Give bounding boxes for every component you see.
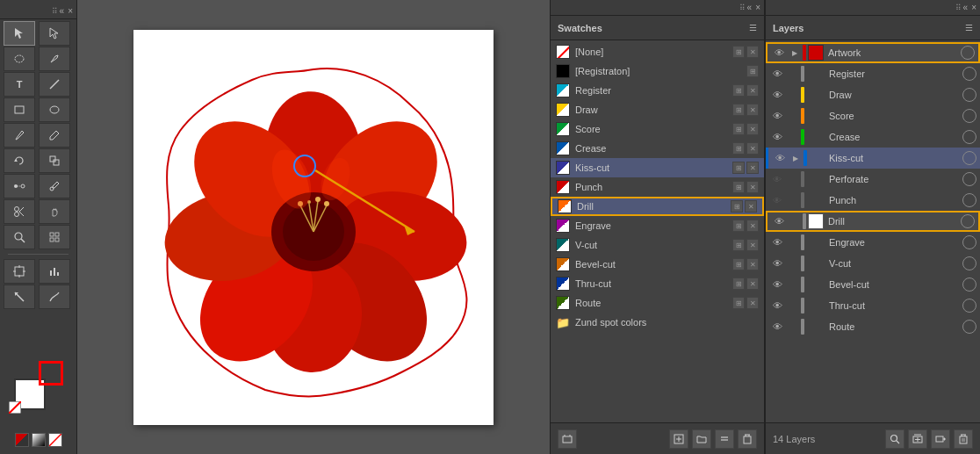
select-tool-btn[interactable] bbox=[4, 21, 35, 46]
layer-target-perforate[interactable] bbox=[962, 172, 976, 186]
layer-row-score[interactable]: 👁 Score bbox=[766, 105, 980, 126]
layer-target-score[interactable] bbox=[962, 109, 976, 123]
layer-row-route[interactable]: 👁 Route bbox=[766, 316, 980, 337]
layer-target-register[interactable] bbox=[962, 67, 976, 81]
layer-eye-register[interactable]: 👁 bbox=[769, 66, 785, 82]
layer-eye-engrave[interactable]: 👁 bbox=[769, 234, 785, 250]
swatches-list[interactable]: [None] ⊞ ✕ [Registraton] ⊞ Register ⊞ bbox=[551, 40, 764, 422]
swatch-layer-icon6[interactable]: ⊞ bbox=[732, 142, 745, 155]
swatch-row-thrucut[interactable]: Thru-cut ⊞ ✕ bbox=[551, 274, 764, 293]
swatch-layer-icon11[interactable]: ⊞ bbox=[732, 239, 745, 251]
layer-row-crease[interactable]: 👁 Crease bbox=[766, 126, 980, 148]
swatch-spot-icon14[interactable]: ✕ bbox=[746, 297, 759, 309]
delete-swatch-btn[interactable] bbox=[738, 429, 757, 449]
swatch-layer-icon4[interactable]: ⊞ bbox=[732, 104, 745, 116]
layer-row-artwork[interactable]: 👁 ▶ Artwork bbox=[766, 42, 980, 63]
swatch-row-draw[interactable]: Draw ⊞ ✕ bbox=[551, 100, 764, 119]
scissors-tool-btn[interactable] bbox=[4, 199, 35, 224]
layer-target-engrave[interactable] bbox=[962, 235, 976, 249]
scale-tool-btn[interactable] bbox=[39, 148, 70, 173]
artboard-tool-btn[interactable] bbox=[4, 259, 35, 284]
swatch-layer-icon5[interactable]: ⊞ bbox=[732, 123, 745, 135]
swatch-spot-icon4[interactable]: ✕ bbox=[746, 104, 759, 116]
swatch-layer-icon12[interactable]: ⊞ bbox=[732, 258, 745, 270]
swatch-layer-icon9[interactable]: ⊞ bbox=[731, 200, 743, 213]
layer-target-drill[interactable] bbox=[961, 214, 975, 228]
eyedropper-tool-btn[interactable] bbox=[39, 174, 70, 198]
swatch-row-crease[interactable]: Crease ⊞ ✕ bbox=[551, 139, 764, 158]
layer-row-register[interactable]: 👁 Register bbox=[766, 63, 980, 84]
layer-eye-draw[interactable]: 👁 bbox=[769, 87, 785, 103]
layer-row-perforate[interactable]: 👁 Perforate bbox=[766, 169, 980, 190]
new-layer-btn[interactable] bbox=[908, 429, 927, 449]
layer-eye-crease[interactable]: 👁 bbox=[769, 129, 785, 145]
swatch-spot-icon5[interactable]: ✕ bbox=[746, 123, 759, 135]
rotate-tool-btn[interactable] bbox=[4, 148, 35, 173]
chart-tool-btn[interactable] bbox=[39, 259, 70, 284]
swatch-spot-icon6[interactable]: ✕ bbox=[746, 142, 759, 155]
swatch-row-engrave[interactable]: Engrave ⊞ ✕ bbox=[551, 216, 764, 235]
swatches-panel-close-btn[interactable]: × bbox=[755, 4, 760, 12]
layers-list[interactable]: 👁 ▶ Artwork 👁 Register 👁 bbox=[766, 40, 980, 422]
slice-tool-btn[interactable] bbox=[4, 285, 35, 309]
swatch-spot-icon3[interactable]: ✕ bbox=[746, 84, 759, 97]
hand-tool-btn[interactable] bbox=[39, 199, 70, 224]
layers-panel-collapse-btn[interactable]: « bbox=[963, 4, 969, 12]
layer-expand-kisscut[interactable]: ▶ bbox=[789, 152, 802, 164]
lasso-tool-btn[interactable] bbox=[4, 47, 35, 71]
layer-target-route[interactable] bbox=[962, 320, 976, 334]
layer-target-punch[interactable] bbox=[962, 193, 976, 207]
layer-target-crease[interactable] bbox=[962, 130, 976, 144]
blend-tool-btn[interactable] bbox=[4, 174, 35, 198]
swatch-library-btn[interactable] bbox=[558, 429, 577, 449]
swatch-spot-icon11[interactable]: ✕ bbox=[746, 239, 759, 251]
swatch-spot-icon[interactable]: ✕ bbox=[746, 46, 759, 58]
ellipse-tool-btn[interactable] bbox=[39, 97, 70, 122]
layer-eye-perforate[interactable]: 👁 bbox=[769, 171, 785, 187]
swatch-layer-icon10[interactable]: ⊞ bbox=[732, 220, 745, 232]
direct-select-tool-btn[interactable] bbox=[39, 21, 70, 46]
color-mode-btn[interactable] bbox=[15, 433, 29, 447]
warp-tool-btn[interactable] bbox=[39, 285, 70, 309]
layer-row-engrave[interactable]: 👁 Engrave bbox=[766, 232, 980, 253]
swatch-spot-icon9[interactable]: ✕ bbox=[745, 200, 757, 213]
fill-stroke-indicator[interactable] bbox=[14, 361, 63, 410]
delete-layer-btn[interactable] bbox=[954, 429, 973, 449]
layer-eye-bevelcut[interactable]: 👁 bbox=[769, 277, 785, 292]
canvas-background[interactable] bbox=[133, 30, 494, 425]
search-layers-btn[interactable] bbox=[885, 429, 904, 449]
swatch-spot-icon13[interactable]: ✕ bbox=[746, 277, 759, 290]
swatch-spot-icon10[interactable]: ✕ bbox=[746, 220, 759, 232]
swatch-row-route[interactable]: Route ⊞ ✕ bbox=[551, 293, 764, 313]
layer-target-draw[interactable] bbox=[962, 88, 976, 102]
new-swatch-folder-btn[interactable] bbox=[692, 429, 711, 449]
layer-eye-thrucut[interactable]: 👁 bbox=[769, 298, 785, 313]
swatch-row-drill[interactable]: Drill ⊞ ✕ bbox=[551, 197, 764, 216]
layer-target-kisscut[interactable] bbox=[962, 151, 976, 165]
layer-target-thrucut[interactable] bbox=[962, 299, 976, 313]
swatch-row-punch[interactable]: Punch ⊞ ✕ bbox=[551, 177, 764, 197]
swatch-row-score[interactable]: Score ⊞ ✕ bbox=[551, 119, 764, 139]
swatch-row-none[interactable]: [None] ⊞ ✕ bbox=[551, 42, 764, 61]
line-tool-btn[interactable] bbox=[39, 72, 70, 97]
swatches-menu-btn[interactable]: ☰ bbox=[749, 23, 757, 32]
layer-eye-vcut[interactable]: 👁 bbox=[769, 256, 785, 271]
swatch-row-kisscut[interactable]: Kiss-cut ⊞ ✕ bbox=[551, 158, 764, 177]
swatch-row-registration[interactable]: [Registraton] ⊞ bbox=[551, 61, 764, 81]
type-tool-btn[interactable]: T bbox=[4, 72, 35, 97]
layer-target-artwork[interactable] bbox=[961, 46, 975, 60]
swatch-layer-icon2[interactable]: ⊞ bbox=[746, 65, 759, 77]
swatch-layer-icon7[interactable]: ⊞ bbox=[732, 162, 745, 174]
layer-expand-artwork[interactable]: ▶ bbox=[789, 47, 801, 59]
new-color-group-btn[interactable] bbox=[669, 429, 688, 449]
layer-row-punch[interactable]: 👁 Punch bbox=[766, 190, 980, 211]
pen-tool-btn[interactable] bbox=[39, 47, 70, 71]
swatches-panel-collapse-btn[interactable]: « bbox=[747, 4, 753, 12]
swatch-layer-icon13[interactable]: ⊞ bbox=[732, 277, 745, 290]
layer-eye-score[interactable]: 👁 bbox=[769, 108, 785, 124]
layers-panel-close-btn[interactable]: × bbox=[971, 4, 976, 12]
swatch-spot-icon7[interactable]: ✕ bbox=[746, 162, 759, 174]
stroke-color-box[interactable] bbox=[39, 361, 63, 386]
swatch-row-register[interactable]: Register ⊞ ✕ bbox=[551, 81, 764, 100]
swatch-row-zund[interactable]: 📁 Zund spot colors bbox=[551, 313, 764, 332]
